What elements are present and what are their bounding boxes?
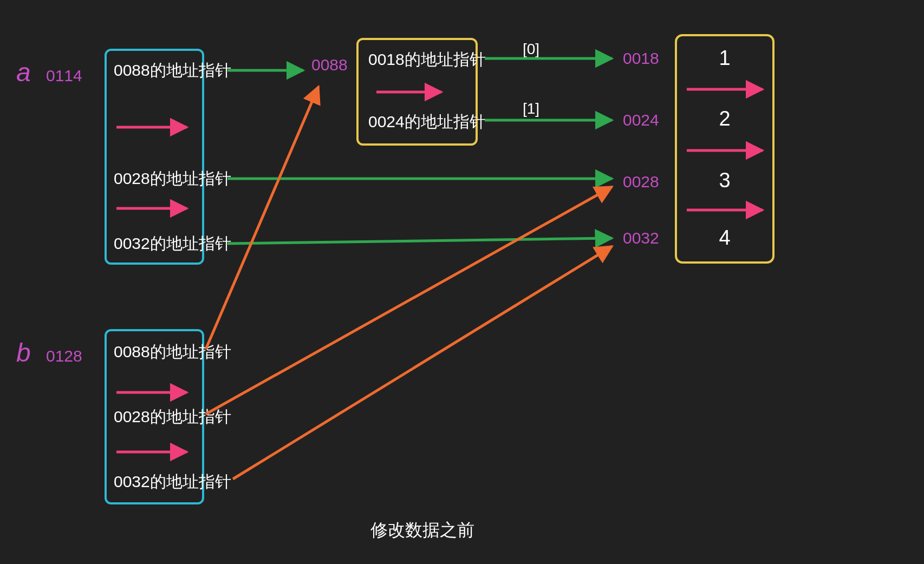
- orange-arrow-icon: [206, 187, 612, 414]
- box-a: [106, 50, 203, 264]
- index-0: [0]: [523, 41, 539, 57]
- addr-0032: 0032: [623, 229, 659, 247]
- addr-0024: 0024: [623, 111, 659, 129]
- addr-0018: 0018: [623, 49, 659, 67]
- value-0: 1: [719, 47, 730, 69]
- index-1: [1]: [523, 100, 539, 117]
- box-a-item-0: 0088的地址指针: [114, 61, 231, 79]
- value-3: 4: [719, 226, 730, 249]
- box-b-item-2: 0032的地址指针: [114, 473, 231, 490]
- diagram-canvas: a 0114 b 0128 0088的地址指针 0028的地址指针 0032的地…: [0, 0, 924, 564]
- var-b-name: b: [16, 338, 31, 367]
- box-b-item-0: 0088的地址指针: [114, 343, 231, 360]
- inner-item-0: 0018的地址指针: [368, 50, 486, 68]
- box-a-item-1: 0028的地址指针: [114, 169, 231, 187]
- var-a-addr: 0114: [46, 67, 82, 84]
- var-b-addr: 0128: [46, 347, 82, 365]
- addr-0028: 0028: [623, 173, 659, 191]
- green-arrow-icon: [227, 238, 612, 244]
- orange-arrow-icon: [233, 246, 612, 479]
- orange-arrow-icon: [206, 87, 318, 349]
- value-1: 2: [719, 107, 730, 130]
- inner-item-1: 0024的地址指针: [368, 113, 486, 130]
- caption: 修改数据之前: [370, 520, 474, 540]
- box-a-item-2: 0032的地址指针: [114, 234, 231, 252]
- var-a-name: a: [16, 58, 31, 87]
- value-2: 3: [719, 169, 730, 192]
- addr-0088: 0088: [311, 56, 348, 74]
